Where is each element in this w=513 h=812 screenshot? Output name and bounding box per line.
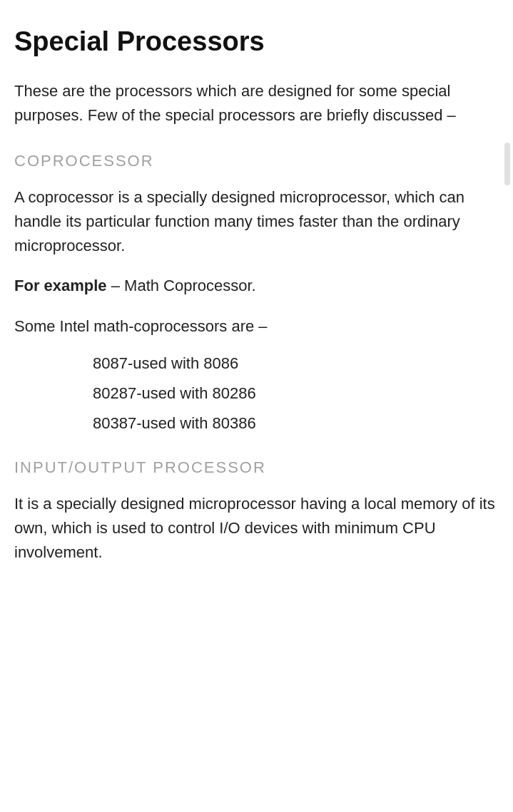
io-processor-heading: INPUT/OUTPUT PROCESSOR xyxy=(14,456,499,479)
io-processor-body: It is a specially designed microprocesso… xyxy=(14,492,499,565)
intro-paragraph: These are the processors which are desig… xyxy=(14,79,499,128)
list-item: 8087-used with 8086 xyxy=(93,351,499,376)
coprocessor-body: A coprocessor is a specially designed mi… xyxy=(14,185,499,258)
page-title: Special Processors xyxy=(14,21,499,62)
example-label: For example xyxy=(14,277,107,294)
coprocessor-section: COPROCESSOR A coprocessor is a specially… xyxy=(14,149,499,436)
list-item: 80387-used with 80386 xyxy=(93,411,499,436)
intel-intro: Some Intel math-coprocessors are – xyxy=(14,314,499,339)
example-text: – Math Coprocessor. xyxy=(107,277,256,294)
scrollbar[interactable] xyxy=(504,143,510,185)
io-processor-section: INPUT/OUTPUT PROCESSOR It is a specially… xyxy=(14,456,499,565)
coprocessor-heading: COPROCESSOR xyxy=(14,149,499,173)
coprocessor-example: For example – Math Coprocessor. xyxy=(14,274,499,298)
list-item: 80287-used with 80286 xyxy=(93,381,499,406)
coprocessor-list: 8087-used with 8086 80287-used with 8028… xyxy=(93,351,499,436)
